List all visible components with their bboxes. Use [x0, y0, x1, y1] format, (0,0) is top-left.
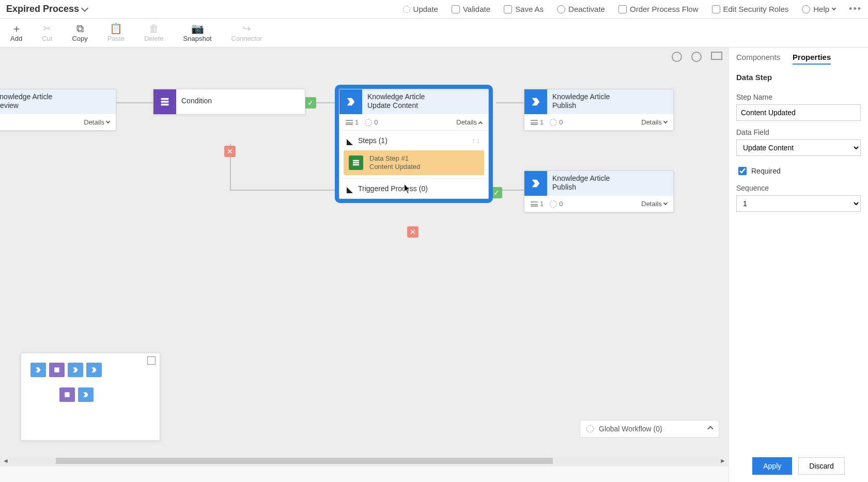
- step-name-label: Step Name: [736, 93, 861, 101]
- stage-publish-1[interactable]: Knowledge ArticlePublish 1 0 Details: [524, 89, 674, 131]
- scroll-right[interactable]: ►: [719, 457, 726, 464]
- scroll-thumb[interactable]: [56, 458, 553, 464]
- trig-count: 0: [559, 200, 563, 208]
- svg-rect-4: [65, 392, 69, 397]
- more-button[interactable]: •••: [849, 4, 862, 14]
- delete-tool[interactable]: 🗑Delete: [144, 23, 164, 42]
- horizontal-scrollbar[interactable]: ◄ ►: [2, 456, 726, 465]
- reorder-arrows[interactable]: ↑↓: [472, 136, 481, 145]
- fail-badge: ✕: [224, 146, 236, 157]
- fit-button[interactable]: [711, 52, 722, 60]
- camera-icon: 📷: [192, 23, 203, 34]
- mm-stage: [78, 387, 94, 402]
- component-type: Data Step: [736, 73, 861, 82]
- sequence-select[interactable]: 1: [736, 195, 861, 212]
- fail-badge: ✕: [407, 226, 419, 238]
- header-bar: Expired Process Update Validate Save As …: [0, 0, 868, 19]
- steps-count: 1: [355, 118, 359, 126]
- deactivate-icon: [557, 5, 565, 13]
- ribbon-toolbar: ＋Add ✂Cut ⧉Copy 📋Paste 🗑Delete 📷Snapshot…: [0, 19, 868, 48]
- save-as-button[interactable]: Save As: [504, 5, 544, 13]
- spinner-icon: [550, 200, 557, 208]
- refresh-icon: [403, 6, 410, 13]
- stage-update-content[interactable]: Knowledge ArticleUpdate Content 1 0 Deta…: [339, 89, 489, 199]
- scroll-left[interactable]: ◄: [2, 457, 9, 464]
- label: Validate: [463, 5, 490, 13]
- cut-tool[interactable]: ✂Cut: [42, 23, 52, 42]
- label: Required: [751, 167, 781, 175]
- global-workflow-bar[interactable]: Global Workflow (0): [580, 420, 719, 438]
- panel-buttons: Apply Discard: [736, 457, 861, 475]
- order-flow-button[interactable]: Order Process Flow: [618, 5, 699, 13]
- properties-panel: Components Properties Data Step Step Nam…: [729, 48, 868, 482]
- expand-icon[interactable]: [147, 356, 156, 365]
- stage-icon: [524, 171, 547, 196]
- stage-icon: [524, 89, 547, 114]
- success-badge: ✓: [305, 97, 316, 108]
- spinner-icon: [365, 119, 372, 126]
- steps-count: 1: [540, 118, 544, 126]
- step-text: Data Step #1Content Updated: [369, 154, 420, 171]
- zoom-controls: [672, 52, 722, 62]
- label: Global Workflow (0): [599, 425, 662, 433]
- zoom-in-button[interactable]: [672, 52, 682, 62]
- label: Order Process Flow: [630, 5, 699, 13]
- label: Deactivate: [568, 5, 605, 13]
- edit-roles-button[interactable]: Edit Security Roles: [712, 5, 789, 13]
- success-badge: ✓: [491, 187, 502, 198]
- label: Edit Security Roles: [723, 5, 789, 13]
- step-name-input[interactable]: [736, 104, 861, 121]
- copy-tool[interactable]: ⧉Copy: [72, 23, 87, 42]
- zoom-out-button[interactable]: [691, 52, 702, 62]
- steps-header[interactable]: Steps (1) ↑↓: [339, 130, 488, 150]
- stage-title: Knowledge ArticlePublish: [547, 171, 673, 196]
- scroll-track[interactable]: [9, 457, 719, 464]
- help-button[interactable]: Help: [802, 5, 835, 13]
- stage-title: Knowledge ArticleReview: [0, 89, 116, 114]
- svg-rect-1: [353, 162, 359, 164]
- panel-tabs: Components Properties: [736, 53, 861, 65]
- plus-icon: ＋: [11, 23, 22, 34]
- triggered-header[interactable]: Triggered Process (0): [339, 178, 488, 198]
- stage-icon: [339, 89, 362, 114]
- required-input[interactable]: [738, 167, 747, 175]
- discard-button[interactable]: Discard: [798, 457, 844, 475]
- paste-icon: 📋: [111, 23, 121, 34]
- data-step-row[interactable]: Data Step #1Content Updated: [344, 150, 484, 175]
- label: Steps (1): [358, 136, 388, 145]
- update-button[interactable]: Update: [403, 5, 438, 13]
- details-toggle[interactable]: Details: [456, 118, 482, 126]
- details-toggle[interactable]: Details: [641, 200, 667, 208]
- apply-button[interactable]: Apply: [752, 457, 792, 475]
- svg-rect-2: [353, 164, 359, 166]
- minimap[interactable]: [21, 353, 160, 441]
- stage-publish-2[interactable]: Knowledge ArticlePublish 1 0 Details: [524, 170, 674, 212]
- tab-properties[interactable]: Properties: [793, 53, 831, 65]
- tab-components[interactable]: Components: [736, 53, 780, 65]
- data-field-select[interactable]: Update Content: [736, 139, 861, 156]
- snapshot-tool[interactable]: 📷Snapshot: [183, 23, 212, 42]
- save-icon: [504, 5, 512, 13]
- svg-rect-0: [353, 160, 359, 162]
- stage-title: Knowledge ArticleUpdate Content: [362, 89, 488, 114]
- paste-tool[interactable]: 📋Paste: [107, 23, 125, 42]
- triangle-icon: [347, 184, 353, 193]
- label: Connector: [231, 35, 262, 42]
- condition-node[interactable]: Condition: [153, 89, 305, 115]
- mm-stage: [86, 363, 102, 377]
- designer-canvas[interactable]: ✓ ✓ ✕ ✕ Knowledge ArticleReview 0 Detail…: [0, 48, 729, 467]
- mm-condition: [59, 387, 75, 402]
- label: Update: [413, 5, 438, 13]
- add-tool[interactable]: ＋Add: [10, 23, 22, 42]
- details-toggle[interactable]: Details: [84, 118, 110, 126]
- details-toggle[interactable]: Details: [641, 118, 667, 126]
- person-icon: [712, 5, 720, 13]
- deactivate-button[interactable]: Deactivate: [557, 5, 605, 13]
- required-checkbox[interactable]: Required: [736, 165, 861, 177]
- label: Save As: [515, 5, 544, 13]
- process-title[interactable]: Expired Process: [6, 4, 87, 14]
- connector-tool[interactable]: ↪Connector: [231, 23, 262, 42]
- stage-review[interactable]: Knowledge ArticleReview 0 Details: [0, 89, 116, 131]
- validate-button[interactable]: Validate: [452, 5, 490, 13]
- trig-count: 0: [374, 118, 378, 126]
